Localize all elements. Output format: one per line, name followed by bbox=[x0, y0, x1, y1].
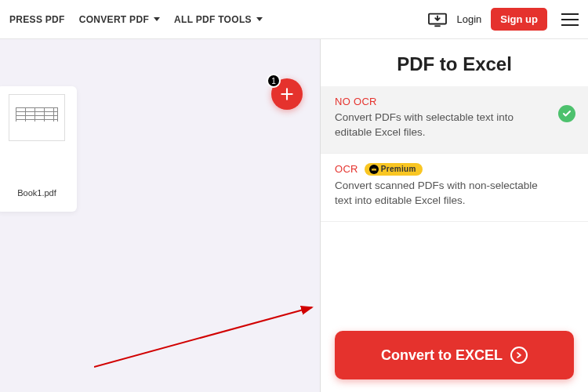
premium-label: Premium bbox=[381, 165, 416, 173]
annotation-arrow bbox=[94, 299, 321, 370]
panel-title: PDF to Excel bbox=[321, 39, 588, 86]
nav-compress-pdf[interactable]: PRESS PDF bbox=[9, 14, 65, 25]
nav-all-tools[interactable]: ALL PDF TOOLS bbox=[174, 14, 263, 25]
option-title: OCR Premium bbox=[335, 163, 574, 176]
add-file-button[interactable]: 1 bbox=[271, 78, 303, 110]
file-thumbnail bbox=[9, 94, 65, 141]
option-title: NO OCR bbox=[335, 96, 574, 107]
top-header: PRESS PDF CONVERT PDF ALL PDF TOOLS Logi… bbox=[0, 0, 588, 39]
check-icon bbox=[558, 105, 575, 122]
desktop-download-icon[interactable] bbox=[427, 11, 448, 28]
nav-convert-pdf[interactable]: CONVERT PDF bbox=[79, 14, 160, 25]
nav-left: PRESS PDF CONVERT PDF ALL PDF TOOLS bbox=[9, 14, 263, 25]
nav-right: Login Sign up bbox=[427, 8, 579, 31]
nav-label: CONVERT PDF bbox=[79, 14, 149, 25]
convert-button[interactable]: Convert to EXCEL bbox=[335, 331, 574, 379]
option-desc: Convert scanned PDFs with non-selectable… bbox=[335, 179, 539, 209]
file-card[interactable]: Book1.pdf bbox=[0, 86, 77, 212]
file-workspace: Book1.pdf 1 bbox=[0, 39, 320, 392]
file-name: Book1.pdf bbox=[3, 188, 71, 198]
main-area: Book1.pdf 1 PDF to Excel NO OCR Convert … bbox=[0, 39, 588, 392]
option-no-ocr[interactable]: NO OCR Convert PDFs with selectable text… bbox=[321, 86, 588, 154]
nav-label: ALL PDF TOOLS bbox=[174, 14, 252, 25]
convert-label: Convert to EXCEL bbox=[381, 347, 503, 364]
option-ocr[interactable]: OCR Premium Convert scanned PDFs with no… bbox=[321, 154, 588, 222]
plus-icon bbox=[279, 86, 295, 102]
menu-icon[interactable] bbox=[561, 13, 579, 26]
options-panel: PDF to Excel NO OCR Convert PDFs with se… bbox=[320, 39, 588, 392]
premium-badge: Premium bbox=[365, 163, 423, 176]
file-count-badge: 1 bbox=[267, 74, 281, 88]
nav-label: PRESS PDF bbox=[9, 14, 65, 25]
option-title-text: OCR bbox=[335, 163, 358, 175]
signup-button[interactable]: Sign up bbox=[491, 8, 547, 31]
crown-icon bbox=[369, 165, 379, 174]
option-desc: Convert PDFs with selectable text into e… bbox=[335, 111, 539, 140]
login-link[interactable]: Login bbox=[457, 13, 482, 25]
arrow-right-icon bbox=[510, 347, 528, 364]
svg-line-1 bbox=[94, 307, 312, 367]
